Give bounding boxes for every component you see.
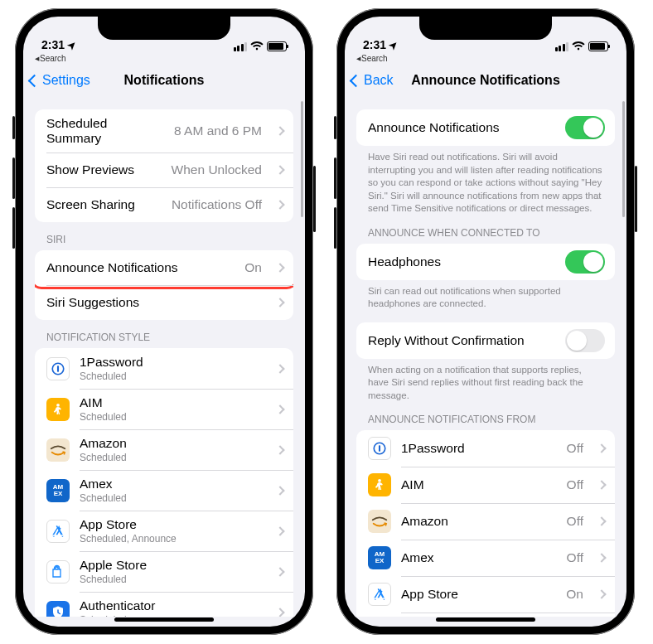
app-icon-amex: AMEX [368,546,391,569]
app-row[interactable]: AMEX Amex Scheduled [35,470,293,511]
breadcrumb[interactable]: Search [345,53,626,63]
nav-bar: Settings Notifications [23,63,305,98]
headphones-footer: Siri can read out notifications when sup… [356,280,615,311]
settings-row[interactable]: Siri Suggestions [35,285,293,320]
app-icon-1p [368,437,391,460]
chevron-right-icon [275,364,284,373]
app-icon-aim [46,398,70,421]
battery-icon [267,41,287,51]
chevron-right-icon [275,200,284,209]
settings-row[interactable]: Scheduled Summary 8 AM and 6 PM [35,109,293,153]
app-row[interactable]: App Store Scheduled, Announce [35,511,293,551]
app-name: Amazon [401,514,557,529]
announce-from-group: 1Password Off AIM Off Amazon Off AMEX Am… [356,430,615,617]
back-button[interactable]: Settings [30,73,90,88]
battery-icon [588,41,608,51]
svg-point-5 [378,479,381,482]
chevron-right-icon [275,486,284,495]
app-sub: Scheduled [80,370,262,382]
app-row[interactable]: Authenticator Scheduled [35,592,293,617]
app-row[interactable]: AIM Off [356,467,615,503]
app-icon-as [368,583,391,606]
nav-bar: Back Announce Notifications [345,63,626,98]
app-icon-amex: AMEX [46,479,70,502]
home-indicator[interactable] [436,617,535,622]
settings-row[interactable]: Announce Notifications On [35,250,293,285]
style-header: NOTIFICATION STYLE [35,332,293,348]
chevron-right-icon [275,263,284,272]
breadcrumb[interactable]: Search [23,53,305,63]
page-title: Notifications [124,73,205,88]
settings-row[interactable]: Show Previews When Unlocked [35,153,293,187]
headphones-row[interactable]: Headphones [356,244,615,280]
row-value: Off [567,550,583,565]
announce-toggle[interactable] [565,116,605,139]
app-row[interactable]: AIM Scheduled [35,389,293,429]
app-name: 1Password [80,355,262,370]
phone-right: 2:31 Search Back Announce Notifications [336,8,635,635]
summary-group: Scheduled Summary 8 AM and 6 PM Show Pre… [35,109,293,222]
app-icon-aps [46,560,70,583]
chevron-right-icon [597,480,606,489]
back-button[interactable]: Back [351,73,394,88]
content-scroll[interactable]: Announce Notifications Have Siri read ou… [345,98,626,617]
chevron-right-icon [597,443,606,453]
cell-signal-icon [555,42,569,51]
app-icon-amz [368,510,391,533]
cell-signal-icon [234,42,248,51]
svg-point-2 [56,403,60,406]
chevron-right-icon [275,126,284,135]
chevron-right-icon [275,445,284,454]
headphones-toggle[interactable] [565,250,605,274]
settings-row[interactable]: Screen Sharing Notifications Off [35,187,293,222]
app-row[interactable]: 1Password Scheduled [35,348,293,389]
reply-row[interactable]: Reply Without Confirmation [356,322,615,359]
status-time: 2:31 [363,38,386,51]
app-icon-as [46,520,70,543]
app-name: Amex [80,477,262,491]
app-row[interactable]: Apple Store Off [356,613,615,617]
content-scroll[interactable]: Scheduled Summary 8 AM and 6 PM Show Pre… [23,98,305,617]
app-sub: Scheduled [80,492,262,504]
app-name: App Store [401,587,556,602]
app-row[interactable]: Apple Store Scheduled [35,551,293,592]
row-value: Off [567,514,583,529]
siri-group: Announce Notifications On Siri Suggestio… [35,250,293,320]
chevron-right-icon [275,165,284,174]
app-sub: Scheduled [80,411,262,423]
from-header: ANNOUNCE NOTIFICATIONS FROM [356,414,615,430]
chevron-right-icon [597,589,606,598]
app-row[interactable]: App Store On [356,576,615,613]
app-name: Amazon [80,436,262,451]
app-icon-auth [46,601,70,617]
app-icon-1p [46,357,70,380]
app-name: Amex [401,550,557,565]
app-row[interactable]: AMEX Amex Off [356,540,615,576]
app-name: App Store [80,517,262,532]
app-sub: Scheduled [80,574,262,585]
notification-style-group: 1Password Scheduled AIM Scheduled Amazon… [35,348,293,617]
chevron-right-icon [597,553,606,562]
announce-toggle-row[interactable]: Announce Notifications [356,109,615,146]
reply-toggle[interactable] [565,329,605,352]
app-icon-amz [46,438,70,462]
chevron-right-icon [275,567,284,576]
app-sub: Scheduled [80,452,262,463]
app-icon-aim [368,473,391,496]
location-icon [389,38,398,51]
app-row[interactable]: Amazon Scheduled [35,429,293,470]
chevron-right-icon [275,526,284,535]
chevron-right-icon [275,404,284,414]
page-title: Announce Notifications [411,73,560,88]
svg-rect-1 [57,366,59,372]
announce-footer: Have Siri read out notifications. Siri w… [356,146,615,215]
app-sub: Scheduled, Announce [80,533,262,545]
app-row[interactable]: 1Password Off [356,430,615,467]
scroll-indicator [622,101,625,217]
app-name: AIM [80,395,262,410]
chevron-right-icon [597,516,606,525]
home-indicator[interactable] [114,617,214,622]
app-row[interactable]: Amazon Off [356,503,615,540]
app-sub: Scheduled [80,614,262,617]
row-value: 8 AM and 6 PM [174,123,262,138]
